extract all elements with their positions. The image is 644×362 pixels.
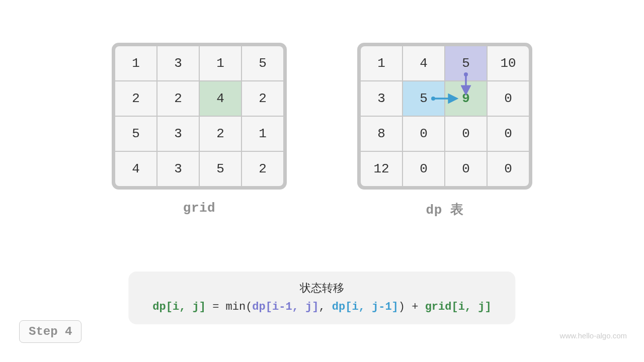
formula-comma: ,	[318, 301, 332, 313]
table-cell: 9	[445, 81, 487, 116]
table-cell: 3	[361, 81, 402, 116]
dp-table-border: 145103590800012000	[357, 43, 532, 190]
table-cell: 12	[361, 152, 402, 186]
formula-title: 状态转移	[152, 281, 491, 296]
watermark: www.hello-algo.com	[560, 331, 627, 340]
table-cell: 0	[445, 152, 487, 186]
grid-table-border: 1315224253214352	[112, 43, 287, 190]
table-cell: 2	[115, 81, 156, 116]
grid-table-wrap: 1315224253214352 grid	[112, 43, 287, 218]
table-cell: 4	[403, 46, 444, 80]
table-cell: 0	[445, 117, 487, 151]
table-cell: 3	[157, 152, 199, 186]
table-cell: 0	[488, 152, 529, 186]
formula-a: dp[i-1, j]	[252, 301, 318, 313]
table-cell: 2	[157, 81, 199, 116]
table-cell: 5	[242, 46, 283, 80]
table-cell: 1	[115, 46, 156, 80]
formula-code: dp[i, j] = min(dp[i-1, j], dp[i, j-1]) +…	[152, 301, 491, 313]
table-cell: 4	[115, 152, 156, 186]
dp-label: dp 表	[426, 201, 464, 218]
table-cell: 8	[361, 117, 402, 151]
table-cell: 0	[488, 117, 529, 151]
formula-eq: = min(	[206, 301, 252, 313]
grid-label: grid	[183, 201, 215, 216]
formula-close: ) +	[398, 301, 425, 313]
diagram-stage: 1315224253214352 grid 145103590800012000	[0, 0, 644, 362]
table-cell: 5	[115, 117, 156, 151]
table-cell: 0	[403, 117, 444, 151]
table-cell: 0	[403, 152, 444, 186]
table-cell: 3	[157, 46, 199, 80]
table-cell: 4	[200, 81, 241, 116]
table-cell: 1	[242, 117, 283, 151]
table-cell: 5	[445, 46, 487, 80]
formula-lhs: dp[i, j]	[152, 301, 206, 313]
table-cell: 5	[200, 152, 241, 186]
tables-row: 1315224253214352 grid 145103590800012000	[0, 0, 644, 218]
table-cell: 5	[403, 81, 444, 116]
table-cell: 1	[200, 46, 241, 80]
table-cell: 0	[488, 81, 529, 116]
formula-rhs: grid[i, j]	[425, 301, 492, 313]
step-badge: Step 4	[19, 320, 82, 343]
table-cell: 1	[361, 46, 402, 80]
table-cell: 2	[200, 117, 241, 151]
table-cell: 2	[242, 152, 283, 186]
dp-table: 145103590800012000	[361, 46, 529, 186]
dp-table-wrap: 145103590800012000	[357, 43, 532, 218]
grid-table: 1315224253214352	[115, 46, 283, 186]
table-cell: 2	[242, 81, 283, 116]
table-cell: 10	[488, 46, 529, 80]
formula-box: 状态转移 dp[i, j] = min(dp[i-1, j], dp[i, j-…	[128, 272, 515, 324]
table-cell: 3	[157, 117, 199, 151]
formula-b: dp[i, j-1]	[332, 301, 398, 313]
